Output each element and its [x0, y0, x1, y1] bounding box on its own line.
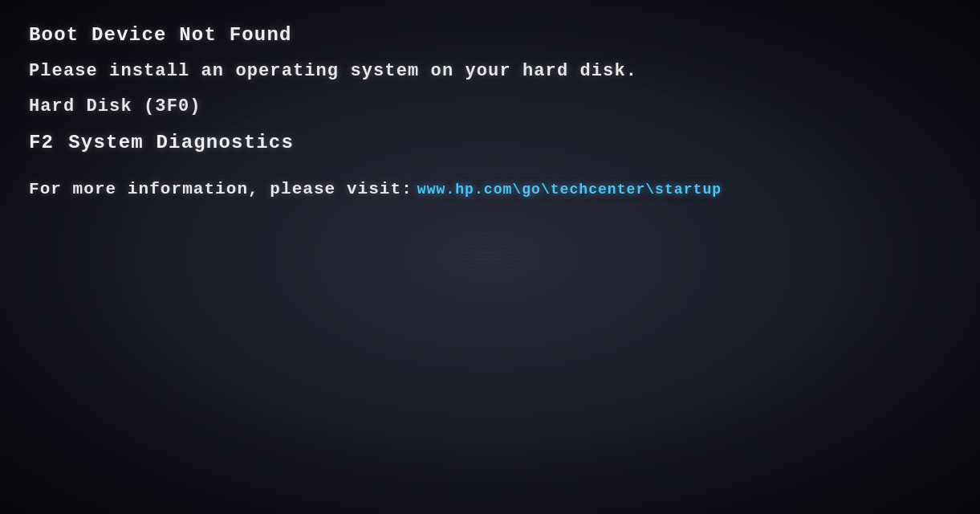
info-line: For more information, please visit: www.… [29, 178, 948, 201]
hard-disk-info: Hard Disk (3F0) [29, 95, 948, 119]
info-prefix-text: For more information, please visit: [29, 178, 413, 201]
f2-diagnostics-line: F2 System Diagnostics [29, 130, 948, 156]
bios-content: Boot Device Not Found Please install an … [29, 22, 948, 202]
install-message: Please install an operating system on yo… [29, 59, 948, 84]
bios-screen: Boot Device Not Found Please install an … [0, 0, 980, 514]
system-diagnostics-label: System Diagnostics [68, 130, 294, 156]
f2-key-label: F2 [29, 130, 54, 156]
info-url-link: www.hp.com\go\techcenter\startup [417, 180, 722, 199]
boot-error-title: Boot Device Not Found [29, 22, 948, 48]
